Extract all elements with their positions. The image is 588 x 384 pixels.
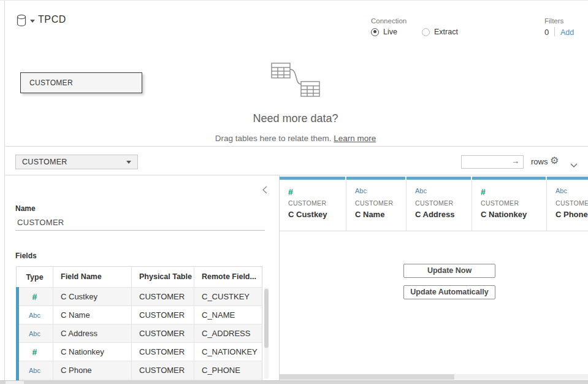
physical-table-cell: CUSTOMER bbox=[131, 288, 194, 306]
fields-table-header: Type Field Name Physical Table Remote Fi… bbox=[17, 267, 262, 287]
field-name-cell: C Address bbox=[53, 324, 131, 343]
column-accent-bar bbox=[280, 177, 345, 180]
string-type-icon: Abc bbox=[17, 312, 53, 319]
radio-extract[interactable]: Extract bbox=[422, 28, 458, 36]
rows-label: rows bbox=[531, 157, 548, 166]
toolbar-bottom-border bbox=[6, 175, 588, 175]
remote-field-cell: C_ADDRESS bbox=[194, 324, 262, 343]
filters-label: Filters bbox=[544, 17, 563, 25]
number-type-icon: # bbox=[481, 187, 486, 197]
grid-column-header[interactable]: Abc CUSTOMER C Address bbox=[407, 177, 472, 231]
grid-column-name: C Address bbox=[415, 210, 455, 219]
number-type-icon: # bbox=[288, 187, 293, 197]
grid-column-name: C Custkey bbox=[288, 210, 327, 219]
empty-state-subtitle: Drag tables here to relate them. Learn m… bbox=[215, 134, 376, 143]
datasource-page: TPCD Connection Live Extract Filters 0 A… bbox=[0, 0, 588, 384]
table-row[interactable]: # C Custkey CUSTOMER C_CUSTKEY bbox=[17, 287, 262, 305]
col-header-field-name[interactable]: Field Name bbox=[53, 267, 131, 287]
table-select-dropdown[interactable]: CUSTOMER bbox=[15, 155, 138, 169]
learn-more-link[interactable]: Learn more bbox=[334, 134, 376, 143]
canvas-table-chip[interactable]: CUSTOMER bbox=[20, 72, 142, 93]
grid-header-border bbox=[279, 231, 588, 231]
table-row[interactable]: Abc C Phone CUSTOMER C_PHONE bbox=[17, 361, 262, 379]
physical-table-cell: CUSTOMER bbox=[131, 343, 194, 361]
col-header-remote-field[interactable]: Remote Field... bbox=[194, 267, 262, 287]
remote-field-cell: C_NATIONKEY bbox=[194, 343, 262, 361]
field-name-cell: C Phone bbox=[53, 361, 131, 380]
field-name-cell: C Nationkey bbox=[53, 343, 131, 361]
physical-table-cell: CUSTOMER bbox=[131, 324, 194, 343]
number-type-icon: # bbox=[17, 292, 53, 302]
update-now-button[interactable]: Update Now bbox=[403, 264, 495, 278]
table-row[interactable]: Abc C Address CUSTOMER C_ADDRESS bbox=[17, 324, 262, 342]
grid-column-table: CUSTOMER bbox=[355, 199, 393, 207]
filters-count: 0 bbox=[544, 28, 549, 37]
radio-extract-circle-icon[interactable] bbox=[422, 28, 430, 36]
grid-column-table: CUSTOMER bbox=[556, 199, 588, 207]
grid-column-header[interactable]: # CUSTOMER C Nationkey bbox=[472, 177, 547, 231]
canvas-bottom-border bbox=[6, 146, 588, 147]
fields-table: Type Field Name Physical Table Remote Fi… bbox=[16, 266, 262, 382]
relate-tables-icon bbox=[264, 60, 331, 101]
name-value-input[interactable]: CUSTOMER bbox=[17, 218, 64, 227]
database-icon[interactable] bbox=[16, 14, 27, 29]
radio-live[interactable]: Live bbox=[371, 28, 397, 36]
radio-live-circle-icon[interactable] bbox=[371, 28, 379, 36]
string-type-icon: Abc bbox=[556, 187, 567, 194]
rows-input-arrow-icon[interactable]: → bbox=[511, 156, 519, 166]
string-type-icon: Abc bbox=[17, 367, 53, 374]
grid-column-name: C Nationkey bbox=[481, 210, 527, 219]
filters-add-link[interactable]: Add bbox=[560, 28, 574, 37]
table-row[interactable]: # C Nationkey CUSTOMER C_NATIONKEY bbox=[17, 342, 262, 361]
empty-state-subtitle-text: Drag tables here to relate them. bbox=[215, 134, 332, 143]
field-name-cell: C Name bbox=[53, 306, 131, 324]
fields-table-accent-strip bbox=[16, 287, 19, 380]
grid-column-table: CUSTOMER bbox=[415, 199, 453, 207]
gear-icon[interactable]: ⚙ bbox=[550, 155, 559, 166]
datasource-title[interactable]: TPCD bbox=[38, 14, 66, 25]
grid-column-name: C Phone bbox=[556, 210, 588, 219]
column-accent-bar bbox=[407, 177, 471, 180]
connection-label: Connection bbox=[371, 17, 407, 25]
string-type-icon: Abc bbox=[17, 330, 53, 337]
filters-divider bbox=[554, 27, 555, 36]
column-accent-bar bbox=[472, 177, 546, 180]
grid-column-table: CUSTOMER bbox=[288, 199, 326, 207]
name-label: Name bbox=[15, 204, 36, 213]
database-dropdown-caret-icon[interactable] bbox=[30, 20, 35, 23]
field-name-cell: C Custkey bbox=[53, 288, 131, 306]
data-grid-header: # CUSTOMER C Custkey Abc CUSTOMER C Name… bbox=[280, 177, 588, 231]
remote-field-cell: C_CUSTKEY bbox=[194, 288, 262, 306]
left-gutter bbox=[0, 1, 5, 384]
column-accent-bar bbox=[547, 177, 588, 180]
grid-column-header[interactable]: Abc CUSTOMER C Name bbox=[346, 177, 407, 231]
grid-column-header[interactable]: # CUSTOMER C Custkey bbox=[280, 177, 346, 231]
grid-column-name: C Name bbox=[355, 210, 384, 219]
bottom-scrollbar-strip[interactable] bbox=[0, 380, 588, 384]
fields-label: Fields bbox=[15, 252, 37, 260]
physical-table-cell: CUSTOMER bbox=[131, 361, 194, 380]
table-select-caret-icon bbox=[126, 161, 131, 164]
fields-table-scrollbar-thumb[interactable] bbox=[264, 289, 269, 348]
table-select-value: CUSTOMER bbox=[22, 155, 67, 169]
string-type-icon: Abc bbox=[415, 187, 427, 194]
radio-live-label: Live bbox=[383, 28, 397, 36]
col-header-type[interactable]: Type bbox=[17, 273, 53, 282]
collapse-panel-chevron-icon[interactable] bbox=[262, 185, 267, 196]
string-type-icon: Abc bbox=[355, 187, 367, 194]
grid-column-header[interactable]: Abc CUSTOMER C Phone bbox=[547, 177, 588, 231]
col-header-physical-table[interactable]: Physical Table bbox=[131, 267, 194, 287]
bottom-scrollbar-notch bbox=[6, 381, 24, 384]
remote-field-cell: C_PHONE bbox=[194, 361, 262, 380]
chevron-down-icon[interactable] bbox=[570, 159, 578, 170]
name-input-underline bbox=[15, 230, 265, 231]
update-automatically-button[interactable]: Update Automatically bbox=[403, 285, 495, 299]
grid-column-table: CUSTOMER bbox=[481, 199, 519, 207]
remote-field-cell: C_NAME bbox=[194, 306, 262, 324]
radio-extract-label: Extract bbox=[434, 28, 458, 36]
table-row[interactable]: Abc C Name CUSTOMER C_NAME bbox=[17, 305, 262, 324]
grid-hscrollbar-thumb[interactable] bbox=[280, 374, 454, 380]
number-type-icon: # bbox=[17, 347, 53, 357]
physical-table-cell: CUSTOMER bbox=[131, 306, 194, 324]
column-accent-bar bbox=[346, 177, 405, 180]
